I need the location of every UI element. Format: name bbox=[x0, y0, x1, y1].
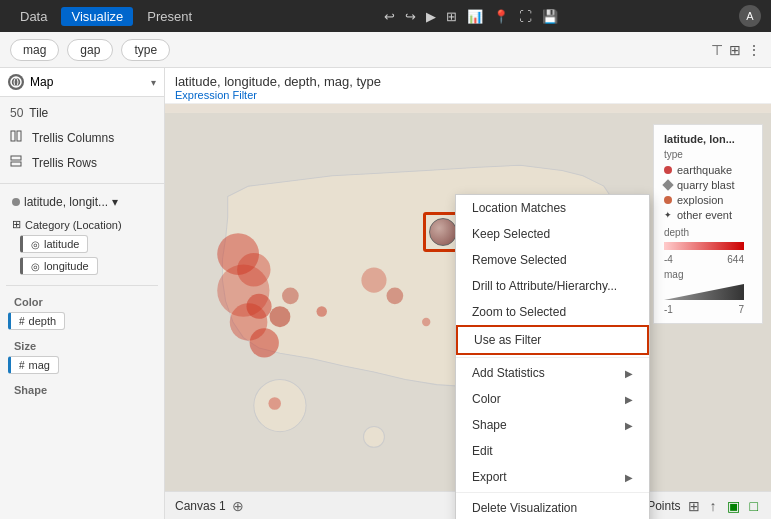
svg-point-15 bbox=[387, 287, 404, 304]
gap-pill[interactable]: gap bbox=[67, 39, 113, 61]
keep-selected-item[interactable]: Keep Selected bbox=[456, 221, 649, 247]
current-shelf-item[interactable]: latitude, longit... ▾ bbox=[6, 192, 158, 212]
fullscreen-button[interactable]: ⛶ bbox=[515, 7, 536, 26]
geo-icon-1: ◎ bbox=[31, 239, 40, 250]
remove-selected-item[interactable]: Remove Selected bbox=[456, 247, 649, 273]
mag-min: -1 bbox=[664, 304, 673, 315]
export-item[interactable]: Export ▶ bbox=[456, 464, 649, 490]
depth-color-label: depth bbox=[29, 315, 57, 327]
use-as-filter-item[interactable]: Use as Filter bbox=[456, 325, 649, 355]
mag-max: 7 bbox=[738, 304, 744, 315]
svg-point-0 bbox=[11, 77, 21, 87]
other-label: other event bbox=[677, 209, 732, 221]
depth-legend: depth -4 644 bbox=[664, 227, 752, 265]
menu-divider-1 bbox=[456, 357, 649, 358]
depth-range: -4 644 bbox=[664, 254, 744, 265]
location-matches-item[interactable]: Location Matches bbox=[456, 195, 649, 221]
depth-label: depth bbox=[664, 227, 752, 238]
color-label: Color bbox=[472, 392, 501, 406]
quarry-label: quarry blast bbox=[677, 179, 734, 191]
data-tab[interactable]: Data bbox=[10, 7, 57, 26]
type-pill[interactable]: type bbox=[121, 39, 170, 61]
pin-button[interactable]: 📍 bbox=[489, 7, 513, 26]
toolbar-left: Data Visualize Present bbox=[10, 7, 202, 26]
filter-icon-btn[interactable]: ⊤ bbox=[711, 42, 723, 58]
expression-filter-link[interactable]: Expression Filter bbox=[175, 89, 761, 101]
other-star: ✦ bbox=[664, 210, 672, 220]
export-label: Export bbox=[472, 470, 507, 484]
status-green-btn-1[interactable]: ▣ bbox=[724, 496, 743, 516]
present-tab[interactable]: Present bbox=[137, 7, 202, 26]
trellis-columns-item[interactable]: Trellis Columns bbox=[6, 125, 158, 150]
geo-fields: ◎ latitude ◎ longitude bbox=[12, 233, 152, 277]
mag-bar bbox=[664, 284, 744, 300]
svg-point-14 bbox=[361, 268, 386, 293]
mag-size-pill[interactable]: # mag bbox=[8, 356, 59, 374]
user-avatar[interactable]: A bbox=[739, 5, 761, 27]
mag-pill[interactable]: mag bbox=[10, 39, 59, 61]
table-button[interactable]: ⊞ bbox=[442, 7, 461, 26]
mag-label: mag bbox=[664, 269, 752, 280]
legend-panel: latitude, lon... type earthquake quarry … bbox=[653, 124, 763, 324]
trellis-columns-label: Trellis Columns bbox=[32, 131, 114, 145]
quarry-diamond bbox=[662, 179, 673, 190]
trellis-rows-item[interactable]: Trellis Rows bbox=[6, 150, 158, 175]
status-icon-1[interactable]: ⊞ bbox=[685, 496, 703, 516]
measure-icon-2: # bbox=[19, 360, 25, 371]
svg-point-20 bbox=[422, 318, 430, 326]
shape-item[interactable]: Shape ▶ bbox=[456, 412, 649, 438]
depth-color-pill[interactable]: # depth bbox=[8, 312, 65, 330]
size-shelf: Size # mag bbox=[6, 334, 158, 378]
undo-button[interactable]: ↩ bbox=[380, 7, 399, 26]
play-button[interactable]: ▶ bbox=[422, 7, 440, 26]
tile-item[interactable]: 50 Tile bbox=[6, 101, 158, 125]
add-statistics-item[interactable]: Add Statistics ▶ bbox=[456, 360, 649, 386]
svg-rect-4 bbox=[11, 162, 21, 166]
save-button[interactable]: 💾 bbox=[538, 7, 562, 26]
longitude-pill[interactable]: ◎ longitude bbox=[20, 257, 98, 275]
use-as-filter-label: Use as Filter bbox=[474, 333, 541, 347]
tags-bar: mag gap type ⊤ ⊞ ⋮ bbox=[0, 32, 771, 68]
explosion-dot bbox=[664, 196, 672, 204]
longitude-label: longitude bbox=[44, 260, 89, 272]
mag-size-label: mag bbox=[29, 359, 50, 371]
viz-content: latitude, lon... type earthquake quarry … bbox=[165, 104, 771, 519]
status-icon-2[interactable]: ↑ bbox=[707, 496, 720, 516]
drill-attribute-item[interactable]: Drill to Attribute/Hierarchy... bbox=[456, 273, 649, 299]
map-selector[interactable]: Map ▾ bbox=[0, 68, 164, 97]
divider-1 bbox=[0, 183, 164, 184]
shelf-dot bbox=[12, 198, 20, 206]
shelf-label: latitude, longit... bbox=[24, 195, 108, 209]
more-icon-btn[interactable]: ⋮ bbox=[747, 42, 761, 58]
svg-point-19 bbox=[317, 306, 327, 316]
category-icon: ⊞ bbox=[12, 218, 21, 231]
columns-icon-btn[interactable]: ⊞ bbox=[729, 42, 741, 58]
shape-shelf-label: Shape bbox=[8, 380, 156, 398]
redo-button[interactable]: ↪ bbox=[401, 7, 420, 26]
svg-rect-3 bbox=[11, 156, 21, 160]
export-arrow: ▶ bbox=[625, 472, 633, 483]
map-background[interactable]: latitude, lon... type earthquake quarry … bbox=[165, 104, 771, 519]
tile-icon: 50 bbox=[10, 106, 23, 120]
status-green-btn-2[interactable]: □ bbox=[747, 496, 761, 516]
legend-type-label: type bbox=[664, 149, 752, 160]
delete-viz-item[interactable]: Delete Visualization bbox=[456, 495, 649, 519]
edit-item[interactable]: Edit bbox=[456, 438, 649, 464]
visualize-tab[interactable]: Visualize bbox=[61, 7, 133, 26]
edit-label: Edit bbox=[472, 444, 493, 458]
color-item[interactable]: Color ▶ bbox=[456, 386, 649, 412]
zoom-selected-item[interactable]: Zoom to Selected bbox=[456, 299, 649, 325]
legend-item-quarry: quarry blast bbox=[664, 179, 752, 191]
zoom-selected-label: Zoom to Selected bbox=[472, 305, 566, 319]
add-canvas-button[interactable]: ⊕ bbox=[232, 498, 244, 514]
geo-icon-2: ◎ bbox=[31, 261, 40, 272]
svg-rect-1 bbox=[11, 131, 15, 141]
svg-point-12 bbox=[269, 306, 290, 327]
delete-viz-label: Delete Visualization bbox=[472, 501, 577, 515]
remove-selected-label: Remove Selected bbox=[472, 253, 567, 267]
viz-area: latitude, longitude, depth, mag, type Ex… bbox=[165, 68, 771, 519]
main-area: Map ▾ 50 Tile Trellis Columns Trellis Ro… bbox=[0, 68, 771, 519]
legend-title: latitude, lon... bbox=[664, 133, 752, 145]
chart-button[interactable]: 📊 bbox=[463, 7, 487, 26]
latitude-pill[interactable]: ◎ latitude bbox=[20, 235, 88, 253]
